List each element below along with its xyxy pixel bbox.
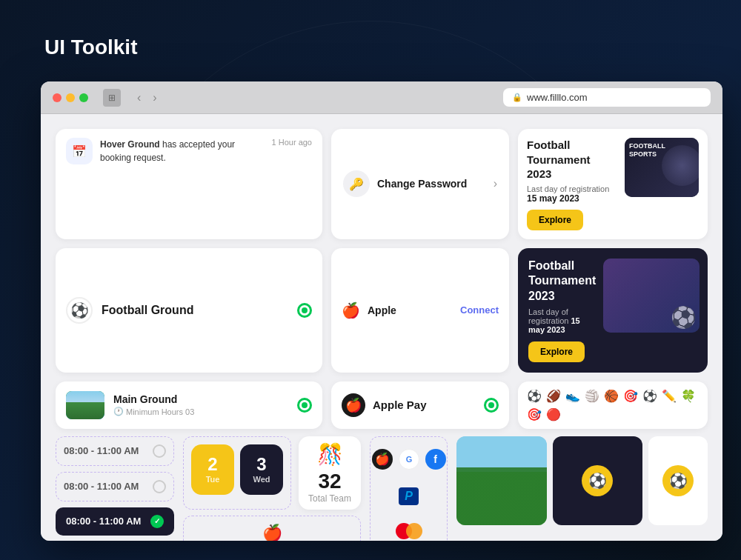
explore-dark-button[interactable]: Explore <box>528 341 585 362</box>
time-slot-1-radio[interactable] <box>153 444 166 458</box>
main-ground-card[interactable]: Main Ground 🕐 Minimum Hours 03 <box>56 381 322 429</box>
apple-pay-status <box>484 398 499 413</box>
nav-arrows: ‹ › <box>133 90 162 106</box>
venue-thumbnail <box>66 391 104 419</box>
sport-icons-card: ⚽ 🏈 👟 🏐 🏀 🎯 ⚽ ✏️ 🍀 🎯 🔴 <box>518 381 708 429</box>
apple-name: Apple <box>368 304 453 316</box>
notification-card: 📅 Hover Ground has accepted your booking… <box>56 129 322 239</box>
yellow-circle-icon: ⚽ <box>582 465 613 496</box>
tournament-title: Football Tournament 2023 <box>527 138 617 181</box>
tournament-dark-info: Football Tournament 2023 Last day of reg… <box>528 259 596 362</box>
sidebar-toggle-icon[interactable]: ⊞ <box>103 89 121 107</box>
team-count-number: 32 <box>318 470 341 493</box>
sport-icon-target: 🎯 <box>623 389 638 403</box>
traffic-lights <box>53 93 88 102</box>
soccer-ball-decoration: ⚽ <box>671 305 697 330</box>
paypal-icon: P <box>399 487 419 505</box>
calendar-day-wed[interactable]: 3 Wed <box>240 444 283 495</box>
row2: ⚽ Football Ground 🍎 Apple Connect Footba… <box>56 248 708 373</box>
url-text: www.filllo.com <box>527 92 588 103</box>
social-logos: 🍎 G f <box>368 444 451 474</box>
change-password-card[interactable]: 🔑 Change Password › <box>331 129 509 239</box>
notification-time: 1 Hour ago <box>272 138 312 147</box>
football-ground-card[interactable]: ⚽ Football Ground <box>56 248 322 373</box>
sport-icon-volleyball: 🏐 <box>585 389 599 403</box>
tournament-dark-card: Football Tournament 2023 Last day of reg… <box>518 248 708 373</box>
password-icon: 🔑 <box>343 170 370 197</box>
tournament-dark-title: Football Tournament 2023 <box>528 259 596 304</box>
sport-icon-dot: 🔴 <box>546 407 561 421</box>
tournament-info: Football Tournament 2023 Last day of reg… <box>527 138 617 230</box>
time-slot-2[interactable]: 08:00 - 11:00 AM <box>56 472 174 501</box>
apple-row: 🍎 <box>191 524 353 541</box>
apple-pay-icon: 🍎 <box>342 393 365 417</box>
time-slots-column: 08:00 - 11:00 AM 08:00 - 11:00 AM 08:00 … <box>56 436 174 536</box>
apple-top-icon: 🍎 <box>262 524 282 541</box>
sports-list-box: 🍎 ⚽ Football 🎾 Tennis <box>183 516 361 541</box>
tournament-light-card: Football Tournament 2023 Last day of reg… <box>518 129 708 239</box>
page-title: UI Toolkit <box>44 36 137 59</box>
logo-yellow-circle: ⚽ <box>662 465 694 496</box>
tournament-dark-sub: Last day of registration 15 may 2023 <box>528 307 596 334</box>
active-status-dot <box>297 303 312 318</box>
time-slot-2-radio[interactable] <box>153 480 166 493</box>
mastercard-row <box>391 519 427 541</box>
time-slot-3-radio[interactable] <box>150 515 164 528</box>
time-slot-1-text: 08:00 - 11:00 AM <box>64 445 139 456</box>
tournament-date: 15 may 2023 <box>527 193 617 204</box>
tournament-image-text: FOOTBALLSPORTS <box>629 142 665 159</box>
cal-day-3-name: Wed <box>253 475 270 484</box>
apple-logo-icon: 🍎 <box>342 301 360 319</box>
row3: Main Ground 🕐 Minimum Hours 03 🍎 Apple P… <box>56 381 708 429</box>
notification-text: Hover Ground has accepted your booking r… <box>100 138 265 164</box>
explore-button[interactable]: Explore <box>527 210 583 230</box>
tournament-image: FOOTBALLSPORTS <box>625 138 699 197</box>
sport-icon-clover: 🍀 <box>681 389 696 403</box>
time-slot-3-text: 08:00 - 11:00 AM <box>66 516 141 527</box>
google-brand-icon: G <box>399 449 419 470</box>
lock-icon: 🔒 <box>512 93 522 102</box>
team-count-label: Total Team <box>308 493 351 504</box>
venue-sub: 🕐 Minimum Hours 03 <box>113 407 288 416</box>
sport-icon-pencil: ✏️ <box>662 389 677 403</box>
mastercard-icon <box>396 523 422 539</box>
apple-brand-icon: 🍎 <box>372 449 393 470</box>
browser-window: ⊞ ‹ › 🔒 www.filllo.com 📅 Hover Ground ha… <box>41 81 722 541</box>
confetti-icon: 🎊 <box>317 442 343 467</box>
address-bar[interactable]: 🔒 www.filllo.com <box>503 88 711 107</box>
sport-icon-basketball: 🏀 <box>604 389 619 403</box>
browser-chrome: ⊞ ‹ › 🔒 www.filllo.com <box>41 81 722 114</box>
sport-icon-soccer2: ⚽ <box>642 389 657 403</box>
facebook-brand-icon: f <box>425 449 446 470</box>
forward-button[interactable]: › <box>148 90 161 106</box>
time-slot-1[interactable]: 08:00 - 11:00 AM <box>56 436 174 466</box>
tournament-dark-image: ⚽ <box>603 259 700 333</box>
minimize-button[interactable] <box>66 93 75 102</box>
row4: 08:00 - 11:00 AM 08:00 - 11:00 AM 08:00 … <box>56 436 708 541</box>
maximize-button[interactable] <box>79 93 88 102</box>
tournament-sub: Last day of registration <box>527 184 617 193</box>
sport-icon-football: 🏈 <box>546 389 561 403</box>
logo-card: ⚽ <box>648 436 708 525</box>
close-button[interactable] <box>53 93 62 102</box>
chevron-right-icon: › <box>494 177 497 190</box>
field-gradient <box>456 436 547 525</box>
apple-connect-card: 🍎 Apple Connect <box>331 248 509 373</box>
mid-column: 2 Tue 3 Wed 🎊 32 Total Team <box>183 436 361 541</box>
connect-button[interactable]: Connect <box>460 304 499 316</box>
address-bar-wrapper: 🔒 www.filllo.com <box>170 88 711 107</box>
time-slot-2-text: 08:00 - 11:00 AM <box>64 481 139 492</box>
cal-day-2-name: Tue <box>206 475 220 484</box>
calendar-day-tue[interactable]: 2 Tue <box>191 444 234 495</box>
brand-card: ⚽ <box>553 436 643 525</box>
apple-pay-card: 🍎 Apple Pay <box>331 381 509 429</box>
cal-day-3-num: 3 <box>256 456 266 473</box>
time-slot-3[interactable]: 08:00 - 11:00 AM <box>56 507 174 536</box>
bottom-images: ⚽ ⚽ <box>456 436 708 525</box>
browser-content: 📅 Hover Ground has accepted your booking… <box>41 114 722 541</box>
cal-day-2-num: 2 <box>207 456 217 473</box>
sport-icon-shoe: 👟 <box>565 389 580 403</box>
back-button[interactable]: ‹ <box>133 90 145 106</box>
paypal-row: P <box>394 483 423 510</box>
football-ground-name: Football Ground <box>102 304 288 317</box>
